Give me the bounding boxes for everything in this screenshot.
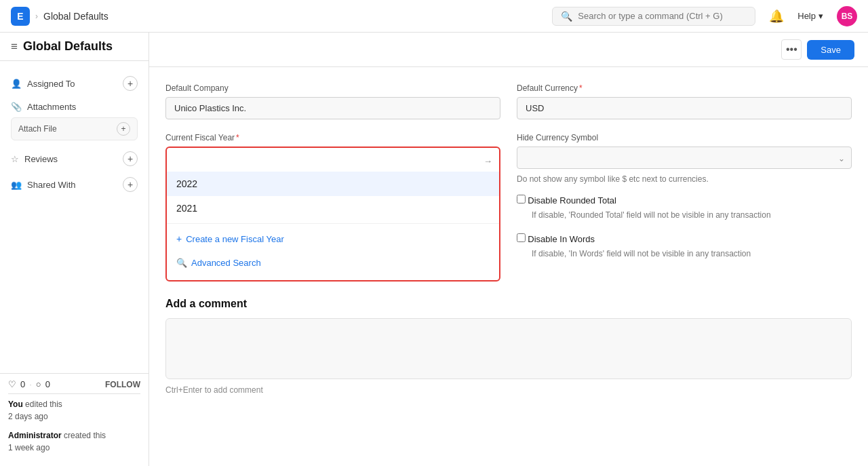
assigned-to-label: Assigned To xyxy=(27,79,75,89)
hide-currency-symbol-label: Hide Currency Symbol xyxy=(517,133,852,142)
add-attachment-button[interactable]: + xyxy=(117,122,130,136)
ellipsis-icon: ••• xyxy=(786,43,797,56)
create-fiscal-year-label: Create a new Fiscal Year xyxy=(186,234,284,244)
global-search[interactable]: 🔍 xyxy=(552,7,755,26)
comments-icon: ○ xyxy=(36,379,41,389)
search-input[interactable] xyxy=(578,11,747,21)
hide-currency-symbol-select[interactable] xyxy=(517,147,852,169)
comment-textarea[interactable] xyxy=(165,318,852,379)
default-company-label: Default Company xyxy=(165,83,500,93)
disable-rounded-total-text: Disable Rounded Total xyxy=(528,195,616,206)
users-icon: 👥 xyxy=(11,180,22,190)
disable-in-words-section: Disable In Words If disable, 'In Words' … xyxy=(517,232,852,260)
main-content: Default Company Default Currency* Curren… xyxy=(149,67,868,466)
comment-section: Add a comment Ctrl+Enter to add comment xyxy=(165,298,852,395)
notifications-icon[interactable]: 🔔 xyxy=(769,9,784,24)
current-fiscal-year-label: Current Fiscal Year* xyxy=(165,133,500,142)
sidebar-activity: ♡ 0 · ○ 0 FOLLOW You edited this 2 days … xyxy=(0,373,149,466)
page-title: Global Defaults xyxy=(23,39,113,54)
sidebar: ≡ Global Defaults 👤 Assigned To + 📎 Atta… xyxy=(0,33,149,466)
disable-in-words-desc: If disable, 'In Words' field will not be… xyxy=(532,248,852,260)
star-icon: ☆ xyxy=(11,154,19,164)
activity-2-user: Administrator xyxy=(8,431,62,440)
search-icon: 🔍 xyxy=(561,11,572,22)
hide-currency-symbol-select-wrapper xyxy=(517,147,852,169)
attach-file-label: Attach File xyxy=(18,124,57,134)
arrow-right-icon: → xyxy=(484,156,492,166)
disable-in-words-label[interactable]: Disable In Words xyxy=(517,232,852,244)
default-currency-field: Default Currency* xyxy=(517,83,852,119)
help-button[interactable]: Help ▾ xyxy=(792,8,829,24)
app-logo[interactable]: E xyxy=(11,7,30,26)
disable-in-words-checkbox[interactable] xyxy=(517,233,526,242)
topnav-actions: 🔔 Help ▾ BS xyxy=(769,6,857,26)
reviews-label: Reviews xyxy=(24,154,58,164)
form-row-2: Current Fiscal Year* → 2022 2021 xyxy=(165,133,852,281)
likes-count: 0 xyxy=(20,379,25,389)
dot-separator: · xyxy=(29,379,32,389)
breadcrumb-separator: › xyxy=(35,12,38,21)
paperclip-icon: 📎 xyxy=(11,102,22,112)
add-assigned-to-button[interactable]: + xyxy=(123,76,138,91)
sidebar-section-shared-with: 👥 Shared With + xyxy=(11,177,138,192)
fiscal-year-options-list: 2022 2021 + Create a new Fiscal Year xyxy=(167,172,499,275)
more-options-button[interactable]: ••• xyxy=(781,39,802,60)
create-fiscal-year-button[interactable]: + Create a new Fiscal Year xyxy=(167,227,499,251)
attachments-label: Attachments xyxy=(27,102,76,112)
activity-item-2: Administrator created this 1 week ago xyxy=(8,429,140,454)
default-currency-input[interactable] xyxy=(517,97,852,119)
user-icon: 👤 xyxy=(11,79,22,89)
attach-file-row: Attach File + xyxy=(11,117,138,140)
comments-count: 0 xyxy=(45,379,50,389)
activity-2-time: 1 week ago xyxy=(8,443,50,452)
default-currency-label: Default Currency* xyxy=(517,83,852,93)
disable-rounded-total-section: Disable Rounded Total If disable, 'Round… xyxy=(517,193,852,221)
activity-item-1: You edited this 2 days ago xyxy=(8,398,140,423)
shared-with-label: Shared With xyxy=(27,180,76,190)
advanced-search-label: Advanced Search xyxy=(191,258,261,268)
sidebar-section-assigned-to: 👤 Assigned To + xyxy=(11,76,138,91)
user-avatar[interactable]: BS xyxy=(837,6,857,26)
disable-in-words-text: Disable In Words xyxy=(528,234,595,244)
follow-button[interactable]: FOLLOW xyxy=(105,380,140,389)
search-small-icon: 🔍 xyxy=(176,258,187,268)
fiscal-year-option-2021[interactable]: 2021 xyxy=(167,196,499,220)
add-comment-title: Add a comment xyxy=(165,298,852,310)
comment-hint: Ctrl+Enter to add comment xyxy=(165,385,852,395)
default-company-input[interactable] xyxy=(165,97,500,119)
add-review-button[interactable]: + xyxy=(123,151,138,166)
current-fiscal-year-field: Current Fiscal Year* → 2022 2021 xyxy=(165,133,500,281)
chevron-down-icon: ▾ xyxy=(818,11,823,21)
form-row-1: Default Company Default Currency* xyxy=(165,83,852,119)
activity-1-time: 2 days ago xyxy=(8,412,48,421)
add-shared-with-button[interactable]: + xyxy=(123,177,138,192)
plus-icon: + xyxy=(176,233,182,244)
fiscal-year-dropdown[interactable]: → 2022 2021 + Create xyxy=(165,147,500,281)
hide-currency-symbol-desc: Do not show any symbol like $ etc next t… xyxy=(517,174,852,184)
activity-1-user: You xyxy=(8,400,23,409)
fiscal-year-option-2022[interactable]: 2022 xyxy=(167,172,499,196)
fiscal-year-search-input[interactable] xyxy=(174,156,478,166)
advanced-search-button[interactable]: 🔍 Advanced Search xyxy=(167,251,499,275)
disable-rounded-total-label[interactable]: Disable Rounded Total xyxy=(517,193,852,206)
breadcrumb-page-title: Global Defaults xyxy=(43,11,108,22)
sidebar-content: 👤 Assigned To + 📎 Attachments Attach Fil… xyxy=(0,61,149,373)
hamburger-icon[interactable]: ≡ xyxy=(11,40,18,54)
right-column: Hide Currency Symbol Do not show any sym… xyxy=(517,133,852,281)
sidebar-section-attachments: 📎 Attachments Attach File + xyxy=(11,102,138,140)
likes-icon: ♡ xyxy=(8,379,16,389)
disable-rounded-total-checkbox[interactable] xyxy=(517,195,526,203)
sidebar-section-reviews: ☆ Reviews + xyxy=(11,151,138,166)
top-navigation: E › Global Defaults 🔍 🔔 Help ▾ BS xyxy=(0,0,868,33)
default-company-field: Default Company xyxy=(165,83,500,119)
disable-rounded-total-desc: If disable, 'Rounded Total' field will n… xyxy=(532,210,852,221)
save-button[interactable]: Save xyxy=(807,40,854,60)
